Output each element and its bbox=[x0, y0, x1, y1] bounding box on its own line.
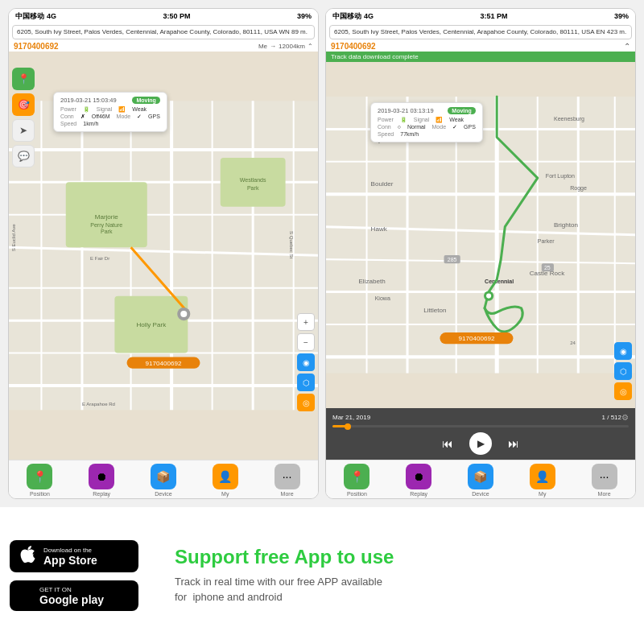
right-nav-my-label: My bbox=[539, 491, 546, 497]
right-map-right-controls: ◉ ⬡ ◎ bbox=[614, 342, 632, 400]
right-nav-more[interactable]: ··· More bbox=[573, 464, 635, 497]
left-nav-my[interactable]: 👤 My bbox=[194, 464, 256, 497]
svg-text:E Arapahoe Rd: E Arapahoe Rd bbox=[82, 402, 115, 407]
right-notif-text: Track data download complete bbox=[331, 53, 419, 60]
my-icon: 👤 bbox=[213, 464, 238, 489]
left-address-bar: 6205, South Ivy Street, Palos Verdes, Ce… bbox=[12, 25, 315, 39]
right-tracker-row: 9170400692 ⌃ bbox=[326, 41, 635, 52]
svg-point-64 bbox=[486, 294, 491, 299]
svg-text:Kiowa: Kiowa bbox=[375, 295, 390, 301]
svg-text:Park: Park bbox=[101, 229, 113, 234]
left-mode: GPS bbox=[148, 114, 160, 120]
more-icon: ··· bbox=[275, 464, 300, 489]
svg-text:Park: Park bbox=[247, 186, 259, 192]
fastforward-btn[interactable]: ⏭ bbox=[508, 437, 519, 450]
right-replay-icon: ⏺ bbox=[406, 464, 431, 489]
right-address-text: 6205, South Ivy Street, Palos Verdes, Ce… bbox=[334, 28, 626, 35]
left-status-bar: 中国移动 4G 3:50 PM 39% bbox=[9, 9, 318, 23]
svg-text:25: 25 bbox=[544, 266, 551, 271]
right-nav-position[interactable]: 📍 Position bbox=[326, 464, 388, 497]
left-tracker-id[interactable]: 9170400692 bbox=[14, 42, 59, 51]
right-route-btn[interactable]: ⬡ bbox=[614, 362, 632, 380]
send-btn[interactable]: ➤ bbox=[12, 119, 35, 142]
right-nav-position-label: Position bbox=[347, 491, 367, 497]
svg-text:Elizabeth: Elizabeth bbox=[358, 279, 385, 286]
svg-text:Brighton: Brighton bbox=[554, 221, 578, 229]
right-carrier: 中国移动 bbox=[332, 11, 361, 22]
rewind-btn[interactable]: ⏮ bbox=[442, 437, 453, 450]
zoom-in-btn[interactable]: + bbox=[297, 313, 315, 331]
expand-icon-left[interactable]: ⌃ bbox=[308, 43, 313, 50]
zoom-out-btn[interactable]: − bbox=[297, 333, 315, 351]
location-btn[interactable]: 📍 bbox=[12, 68, 35, 90]
right-popup-status: Moving bbox=[448, 107, 476, 114]
right-map-popup: 2019-03-21 03:13:19 Moving Power 🔋 Signa… bbox=[370, 102, 483, 142]
promo-text-column: Support free App to use Track in real ti… bbox=[163, 546, 634, 605]
svg-text:Perry Nature: Perry Nature bbox=[90, 222, 122, 229]
position-icon: 📍 bbox=[27, 464, 52, 489]
svg-text:Fort Lupton: Fort Lupton bbox=[546, 173, 575, 180]
svg-text:285: 285 bbox=[448, 258, 457, 263]
svg-text:Westlands: Westlands bbox=[240, 178, 266, 184]
right-bottom-nav: 📍 Position ⏺ Replay 📦 Device 👤 My ··· Mo… bbox=[326, 460, 635, 498]
right-time: 3:51 PM bbox=[480, 12, 507, 20]
promo-sub: Track in real time with our free APP ava… bbox=[175, 574, 634, 605]
playback-gear-icon[interactable]: ⚙ bbox=[621, 413, 629, 422]
app-store-badge[interactable]: Download on the App Store bbox=[10, 540, 138, 572]
right-status-bar: 中国移动 4G 3:51 PM 39% bbox=[326, 9, 635, 23]
right-battery: 39% bbox=[614, 12, 629, 20]
left-nav-replay-label: Replay bbox=[93, 491, 110, 497]
svg-text:Rogge: Rogge bbox=[570, 186, 587, 192]
svg-text:Hawk: Hawk bbox=[371, 225, 388, 233]
play-btn[interactable]: ▶ bbox=[469, 432, 492, 455]
right-nav-replay[interactable]: ⏺ Replay bbox=[388, 464, 450, 497]
svg-text:Keenesburg: Keenesburg bbox=[554, 117, 584, 123]
chat-btn[interactable]: 💬 bbox=[12, 145, 35, 167]
left-me-label: Me bbox=[258, 43, 267, 50]
app-store-download-label: Download on the bbox=[43, 547, 97, 554]
left-popup-date: 2019-03-21 15:03:49 bbox=[60, 97, 117, 104]
right-nav-device-label: Device bbox=[472, 491, 489, 497]
left-nav-position[interactable]: 📍 Position bbox=[9, 464, 71, 497]
left-nav-more[interactable]: ··· More bbox=[256, 464, 318, 497]
playback-progress-bar[interactable] bbox=[332, 425, 629, 427]
left-nav-replay[interactable]: ⏺ Replay bbox=[71, 464, 133, 497]
left-nav-position-label: Position bbox=[30, 491, 50, 497]
svg-text:E Fair Dr: E Fair Dr bbox=[90, 257, 109, 262]
left-nav-my-label: My bbox=[221, 491, 229, 497]
right-popup-date: 2019-03-21 03:13:19 bbox=[378, 107, 434, 114]
svg-text:Centennial: Centennial bbox=[485, 279, 514, 285]
left-conn: Off46M bbox=[92, 114, 110, 120]
left-address-text: 6205, South Ivy Street, Palos Verdes, Ce… bbox=[17, 28, 308, 35]
playback-dot bbox=[345, 423, 351, 430]
left-distance: 12004km bbox=[279, 43, 305, 50]
gps-btn[interactable]: ◎ bbox=[297, 394, 315, 411]
right-map[interactable]: Lyons Keenesburg Boulder Fort Lupton Rog… bbox=[326, 62, 635, 408]
right-nav-device[interactable]: 📦 Device bbox=[450, 464, 512, 497]
svg-point-27 bbox=[180, 311, 187, 317]
target-btn[interactable]: 🎯 bbox=[12, 93, 35, 116]
right-nav-replay-label: Replay bbox=[410, 491, 427, 497]
expand-icon-right[interactable]: ⌃ bbox=[624, 42, 630, 51]
apple-icon bbox=[19, 545, 37, 568]
left-map-popup: 2019-03-21 15:03:49 Moving Power 🔋 Signa… bbox=[53, 92, 167, 132]
right-phone: 中国移动 4G 3:51 PM 39% 6205, South Ivy Stre… bbox=[325, 8, 636, 499]
right-address-bar: 6205, South Ivy Street, Palos Verdes, Ce… bbox=[329, 25, 632, 39]
right-tracker-id[interactable]: 9170400692 bbox=[331, 42, 376, 51]
svg-text:Parker: Parker bbox=[538, 238, 555, 244]
svg-text:Holly Park: Holly Park bbox=[136, 322, 167, 329]
google-play-name: Google play bbox=[39, 593, 104, 606]
badges-column: Download on the App Store ▶ GET IT ON Go… bbox=[10, 540, 163, 611]
left-map[interactable]: Marjorie Perry Nature Park Westlands Par… bbox=[9, 52, 318, 460]
google-play-badge[interactable]: ▶ GET IT ON Google play bbox=[10, 580, 138, 611]
right-gps-btn[interactable]: ◎ bbox=[614, 382, 632, 400]
right-layers-btn[interactable]: ◉ bbox=[614, 342, 632, 360]
route-btn[interactable]: ⬡ bbox=[297, 374, 315, 391]
right-nav-my[interactable]: 👤 My bbox=[511, 464, 573, 497]
svg-text:9170400692: 9170400692 bbox=[146, 360, 182, 367]
promo-headline: Support free App to use bbox=[175, 546, 634, 569]
left-nav-device[interactable]: 📦 Device bbox=[133, 464, 195, 497]
svg-text:S Euclid Ave: S Euclid Ave bbox=[11, 224, 16, 251]
layers-btn[interactable]: ◉ bbox=[297, 353, 315, 371]
left-map-right-controls: + − ◉ ⬡ ◎ bbox=[297, 313, 315, 411]
